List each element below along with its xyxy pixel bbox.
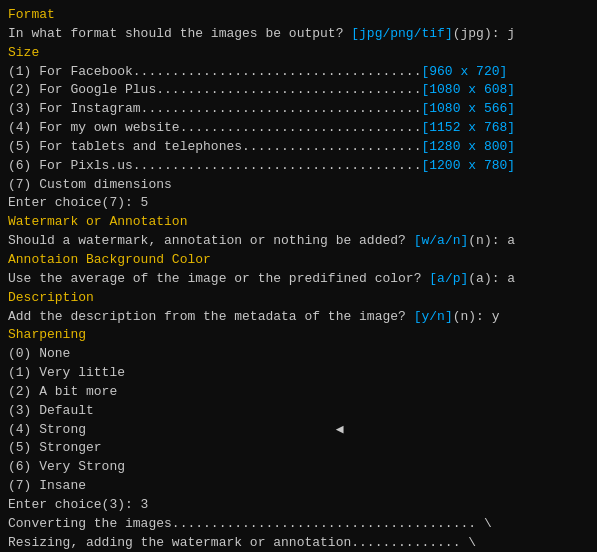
sharp-option-4: (4) Strong ◀ [8,421,589,440]
sharp-choice: Enter choice(3): 3 [8,496,589,515]
size-label: Size [8,44,589,63]
annotation-bg-label: Annotaion Background Color [8,251,589,270]
size-option-7: (7) Custom dimensions [8,176,589,195]
watermark-question: Should a watermark, annotation or nothin… [8,232,589,251]
converting-line: Converting the images...................… [8,515,589,534]
size-option-2: (2) For Google Plus.....................… [8,81,589,100]
sharp-option-5: (5) Stronger [8,439,589,458]
sharp-option-6: (6) Very Strong [8,458,589,477]
annotation-bg-question: Use the average of the image or the pred… [8,270,589,289]
terminal-window[interactable]: Format In what format should the images … [0,0,597,552]
size-option-6: (6) For Pixls.us........................… [8,157,589,176]
sharp-option-0: (0) None [8,345,589,364]
sharpening-label: Sharpening [8,326,589,345]
sharp-option-3: (3) Default [8,402,589,421]
size-option-1: (1) For Facebook........................… [8,63,589,82]
watermark-label: Watermark or Annotation [8,213,589,232]
size-option-3: (3) For Instagram.......................… [8,100,589,119]
size-option-4: (4) For my own website..................… [8,119,589,138]
size-choice: Enter choice(7): 5 [8,194,589,213]
sharp-option-1: (1) Very little [8,364,589,383]
size-option-5: (5) For tablets and telephones..........… [8,138,589,157]
resizing-line: Resizing, adding the watermark or annota… [8,534,589,552]
sharp-option-7: (7) Insane [8,477,589,496]
description-question: Add the description from the metadata of… [8,308,589,327]
format-label: Format [8,6,589,25]
description-label: Description [8,289,589,308]
format-question: In what format should the images be outp… [8,25,589,44]
sharp-option-2: (2) A bit more [8,383,589,402]
